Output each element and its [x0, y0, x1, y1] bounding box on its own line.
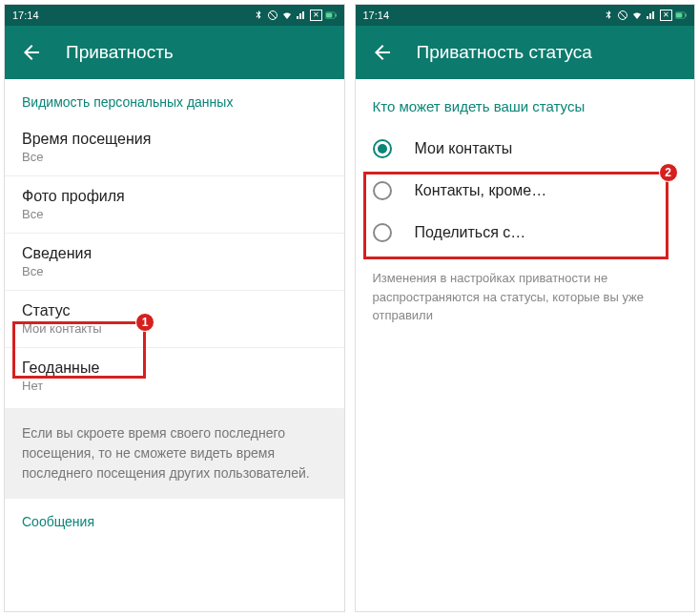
status-icons: ✕	[253, 10, 337, 21]
setting-value: Мои контакты	[22, 321, 327, 336]
status-footnote: Изменения в настройках приватности не ра…	[356, 254, 695, 340]
section-header: Кто может видеть ваши статусы	[356, 79, 695, 128]
battery-box-icon: ✕	[660, 10, 672, 21]
content-left: Видимость персональных данных Время посе…	[5, 79, 344, 539]
setting-value: Все	[22, 150, 327, 164]
wifi-icon	[281, 10, 293, 21]
svg-line-1	[270, 12, 276, 18]
setting-title: Сведения	[22, 245, 327, 262]
svg-rect-4	[335, 13, 336, 16]
svg-rect-9	[686, 13, 687, 16]
setting-title: Время посещения	[22, 131, 327, 148]
back-button[interactable]	[20, 41, 43, 64]
status-bar: 17:14 ✕	[356, 5, 695, 26]
setting-title: Статус	[22, 302, 327, 319]
status-icons: ✕	[603, 10, 687, 21]
arrow-left-icon	[20, 41, 43, 64]
setting-last-seen[interactable]: Время посещения Все	[5, 119, 344, 176]
radio-label: Контакты, кроме…	[415, 182, 547, 199]
svg-line-6	[620, 12, 626, 18]
status-time: 17:14	[363, 10, 390, 21]
section-header-messages: Сообщения	[5, 499, 344, 539]
section-header: Видимость персональных данных	[5, 79, 344, 119]
radio-label: Поделиться с…	[415, 224, 526, 241]
phone-left: 17:14 ✕ Приватность Видимость персональн…	[4, 4, 345, 612]
content-right: Кто может видеть ваши статусы Мои контак…	[356, 79, 695, 340]
setting-value: Нет	[22, 379, 327, 393]
badge-1: 1	[135, 313, 154, 332]
signal-icon	[646, 10, 657, 21]
nodisturb-icon	[267, 10, 278, 21]
svg-rect-8	[676, 13, 683, 18]
page-title: Приватность статуса	[417, 42, 592, 63]
setting-title: Геоданные	[22, 359, 327, 377]
phone-right: 17:14 ✕ Приватность статуса Кто может ви…	[355, 4, 696, 612]
battery-icon	[675, 10, 687, 21]
back-button[interactable]	[371, 41, 394, 64]
badge-2: 2	[659, 163, 678, 182]
setting-about[interactable]: Сведения Все	[5, 234, 344, 291]
radio-label: Мои контакты	[415, 140, 513, 157]
arrow-left-icon	[371, 41, 394, 64]
setting-value: Все	[22, 207, 327, 221]
battery-icon	[325, 10, 337, 21]
privacy-note: Если вы скроете время своего последнего …	[5, 408, 344, 499]
status-bar: 17:14 ✕	[5, 5, 344, 26]
status-time: 17:14	[12, 10, 39, 21]
radio-my-contacts[interactable]: Мои контакты	[356, 128, 695, 170]
wifi-icon	[631, 10, 643, 21]
radio-contacts-except[interactable]: Контакты, кроме…	[356, 170, 695, 212]
app-bar: Приватность	[5, 26, 344, 79]
app-bar: Приватность статуса	[356, 26, 695, 79]
nodisturb-icon	[617, 10, 628, 21]
battery-box-icon: ✕	[310, 10, 322, 21]
radio-share-with[interactable]: Поделиться с…	[356, 212, 695, 254]
signal-icon	[296, 10, 307, 21]
page-title: Приватность	[66, 42, 174, 63]
setting-value: Все	[22, 264, 327, 278]
setting-title: Фото профиля	[22, 188, 327, 205]
setting-profile-photo[interactable]: Фото профиля Все	[5, 176, 344, 234]
radio-icon	[373, 181, 392, 200]
setting-location[interactable]: Геоданные Нет	[5, 348, 344, 404]
radio-icon	[373, 139, 392, 158]
radio-icon	[373, 223, 392, 242]
setting-status[interactable]: Статус Мои контакты	[5, 291, 344, 348]
bluetooth-icon	[603, 10, 614, 21]
bluetooth-icon	[253, 10, 264, 21]
svg-rect-3	[325, 13, 332, 18]
